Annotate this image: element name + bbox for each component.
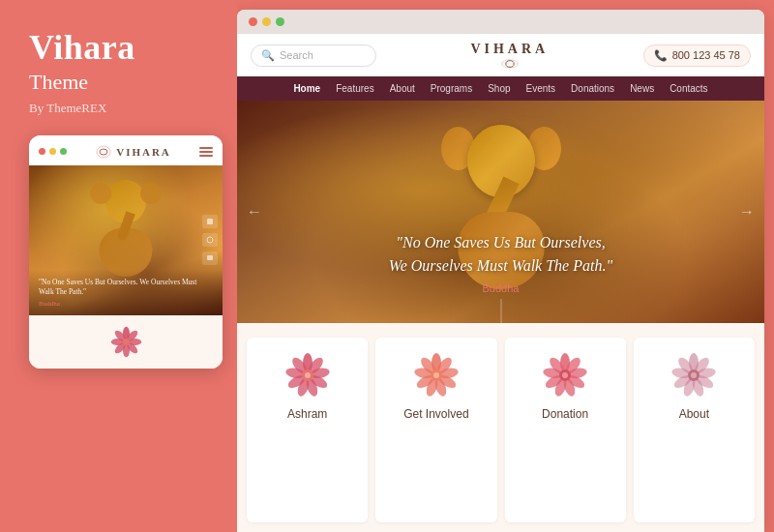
svg-point-27 xyxy=(305,372,311,378)
about-icon xyxy=(670,351,718,399)
svg-rect-2 xyxy=(207,219,213,224)
left-panel: Vihara Theme By ThemeREX VIHARA xyxy=(0,0,237,532)
phone-icon: 📞 xyxy=(654,49,668,62)
mobile-hero: "No One Saves Us But Ourselves. We Ourse… xyxy=(29,165,223,315)
mobile-icon-3[interactable] xyxy=(202,251,218,265)
mobile-top-bar: VIHARA xyxy=(29,135,223,165)
hero-divider xyxy=(500,299,501,323)
nav-item-features[interactable]: Features xyxy=(336,83,373,94)
hero-next-arrow[interactable]: → xyxy=(739,203,755,221)
nav-item-home[interactable]: Home xyxy=(293,83,320,94)
svg-point-38 xyxy=(433,372,439,378)
browser-window-dots xyxy=(249,17,284,26)
browser-header: 🔍 Search VIHARA 📞 800 123 45 78 xyxy=(237,34,764,76)
mobile-window-dots xyxy=(39,148,67,155)
svg-rect-4 xyxy=(207,255,213,260)
nav-item-donations[interactable]: Donations xyxy=(571,83,614,94)
card-donation[interactable]: Donation xyxy=(505,338,626,522)
mobile-hero-overlay: "No One Saves Us But Ourselves. We Ourse… xyxy=(29,270,223,315)
donation-icon xyxy=(541,351,589,399)
nav-item-programs[interactable]: Programs xyxy=(431,83,472,94)
browser-nav: Home Features About Programs Shop Events… xyxy=(237,76,764,101)
mobile-logo: VIHARA xyxy=(95,143,171,161)
mobile-logo-icon xyxy=(95,143,112,161)
mobile-mockup: VIHARA "No One Saves Us But Ourselves. W… xyxy=(29,135,223,369)
card-about[interactable]: About xyxy=(634,338,755,522)
nav-item-events[interactable]: Events xyxy=(526,83,556,94)
svg-point-3 xyxy=(207,237,213,243)
svg-point-60 xyxy=(691,372,697,378)
hero-quote-area: "No One Saves Us But Ourselves,We Oursel… xyxy=(332,231,670,294)
site-logo: VIHARA xyxy=(470,42,549,69)
mobile-footer xyxy=(29,315,223,369)
nav-item-about[interactable]: About xyxy=(390,83,415,94)
hero-quote: "No One Saves Us But Ourselves,We Oursel… xyxy=(332,231,670,278)
mobile-hamburger-icon[interactable] xyxy=(199,147,213,157)
nav-item-news[interactable]: News xyxy=(630,83,654,94)
get-involved-icon xyxy=(412,351,461,399)
logo-icon xyxy=(500,59,520,69)
hero-quote-author: Buddha xyxy=(332,282,670,294)
mobile-sidebar-icons xyxy=(202,215,218,265)
browser-window: 🔍 Search VIHARA 📞 800 123 45 78 Home Fea… xyxy=(237,10,764,532)
search-box[interactable]: 🔍 Search xyxy=(251,44,376,67)
browser-titlebar xyxy=(237,10,764,34)
ashram-label: Ashram xyxy=(287,407,327,421)
svg-point-1 xyxy=(97,146,110,158)
brand-title: Vihara Theme By ThemeREX xyxy=(29,29,213,116)
mobile-lotus-icon xyxy=(109,325,143,359)
hero-prev-arrow[interactable]: ← xyxy=(247,203,262,221)
ashram-icon xyxy=(283,351,332,399)
svg-point-0 xyxy=(100,149,107,155)
about-label: About xyxy=(679,407,709,421)
donation-label: Donation xyxy=(542,407,588,421)
mobile-icon-1[interactable] xyxy=(202,215,218,228)
browser-hero: "No One Saves Us But Ourselves,We Oursel… xyxy=(237,101,764,323)
search-icon: 🔍 xyxy=(261,49,275,62)
nav-item-shop[interactable]: Shop xyxy=(488,83,510,94)
get-involved-label: Get Involved xyxy=(403,407,468,421)
card-get-involved[interactable]: Get Involved xyxy=(375,338,496,522)
phone-area: 📞 800 123 45 78 xyxy=(643,44,751,67)
svg-point-49 xyxy=(562,372,568,378)
mobile-icon-2[interactable] xyxy=(202,233,218,247)
feature-cards: Ashram xyxy=(237,323,764,532)
svg-point-13 xyxy=(123,339,130,345)
nav-item-contacts[interactable]: Contacts xyxy=(670,83,707,94)
card-ashram[interactable]: Ashram xyxy=(247,338,368,522)
